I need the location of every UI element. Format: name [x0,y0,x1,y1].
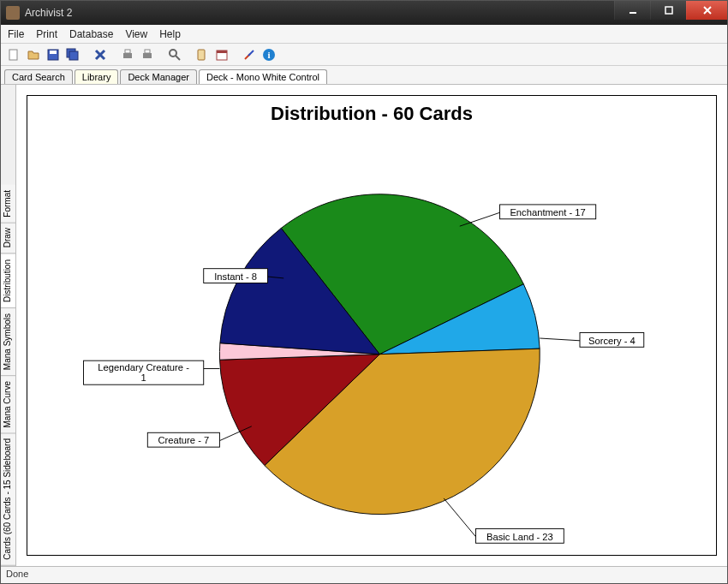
svg-rect-8 [69,51,78,60]
menu-database[interactable]: Database [69,28,113,40]
vertical-tabs: Cards (60 Cards - 15 Sideboard Mana Curv… [1,85,16,566]
chart-title: Distribution - 60 Cards [27,103,716,125]
info-icon[interactable]: i [261,47,277,63]
close-button[interactable] [686,1,727,20]
menu-view[interactable]: View [125,28,147,40]
svg-rect-1 [665,7,672,14]
save-all-icon[interactable] [65,47,81,63]
svg-rect-6 [50,51,57,54]
calendar-icon[interactable] [214,47,230,63]
svg-rect-14 [145,50,150,53]
menu-help[interactable]: Help [159,28,181,40]
vtab-distribution[interactable]: Distribution [1,254,15,308]
vtab-mana-symbols[interactable]: Mana Symbols [1,308,15,376]
svg-line-16 [176,56,180,60]
tab-deck-manager[interactable]: Deck Manager [120,69,197,84]
svg-line-25 [540,338,580,341]
chart-wrapper: Distribution - 60 Cards Enchantment - 17… [16,85,727,566]
vtab-mana-curve[interactable]: Mana Curve [1,376,15,433]
svg-text:i: i [267,50,270,60]
svg-rect-19 [217,51,227,53]
chart-label: Creature - 7 [158,435,209,445]
chart-label: 1 [141,372,146,383]
window-title: Archivist 2 [25,7,614,19]
vtab-draw[interactable]: Draw [1,223,15,253]
tabstrip: Card Search Library Deck Manager Deck - … [1,66,727,85]
toolbar: i [1,44,727,66]
svg-line-21 [248,51,254,56]
titlebar: Archivist 2 [1,1,727,25]
menu-print[interactable]: Print [36,28,57,40]
tab-card-search[interactable]: Card Search [4,69,73,84]
minimize-button[interactable] [614,1,650,20]
tab-deck[interactable]: Deck - Mono White Control [199,69,327,84]
vtab-cards[interactable]: Cards (60 Cards - 15 Sideboard [1,433,15,566]
new-icon[interactable] [6,47,21,63]
menu-file[interactable]: File [8,28,24,40]
menubar: File Print Database View Help [1,25,727,44]
pie-chart: Enchantment - 17Sorcery - 4Basic Land - … [36,130,707,546]
open-icon[interactable] [26,47,41,63]
svg-rect-13 [143,53,152,58]
maximize-button[interactable] [650,1,686,20]
app-icon [6,6,20,20]
settings-icon[interactable] [242,47,257,63]
chart-label: Enchantment - 17 [510,207,585,218]
svg-rect-4 [9,50,17,60]
window-buttons [614,1,727,25]
svg-rect-17 [198,50,205,60]
delete-icon[interactable] [92,47,108,63]
chart-label: Instant - 8 [214,271,257,282]
chart-label: Sorcery - 4 [588,336,636,346]
content-area: Cards (60 Cards - 15 Sideboard Mana Curv… [1,85,727,566]
svg-rect-12 [125,50,130,53]
status-text: Done [6,569,28,579]
svg-line-26 [444,498,475,537]
vtab-format[interactable]: Format [1,185,15,223]
svg-rect-11 [123,53,132,58]
print-preview-icon[interactable] [140,47,155,63]
print-icon[interactable] [120,47,135,63]
chart-label: Legendary Creature - [98,362,189,372]
card-icon[interactable] [194,47,210,63]
svg-point-15 [170,50,176,57]
chart-label: Basic Land - 23 [486,532,553,542]
tab-library[interactable]: Library [75,69,119,84]
app-window: Archivist 2 File Print Database View Hel… [0,0,728,584]
search-icon[interactable] [167,47,182,63]
statusbar: Done [1,566,727,583]
save-icon[interactable] [45,47,61,63]
chart-box: Distribution - 60 Cards Enchantment - 17… [27,95,717,556]
